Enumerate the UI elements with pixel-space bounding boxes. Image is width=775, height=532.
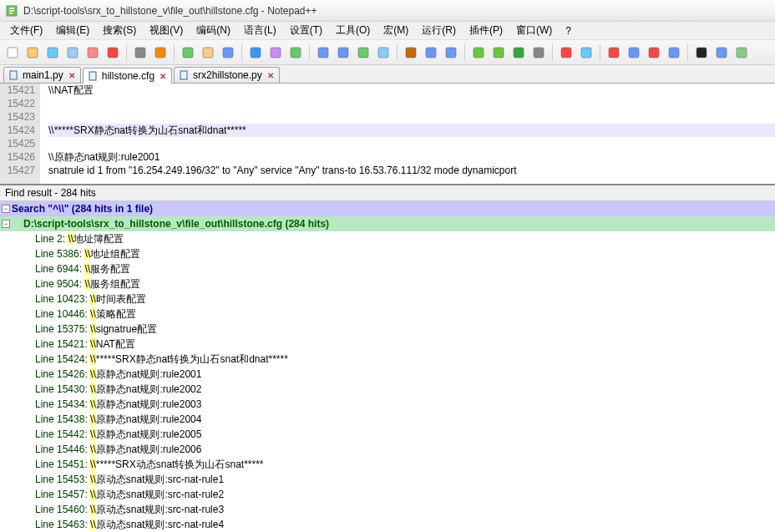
terminal-button[interactable] [692,43,711,62]
menu-9[interactable]: 运行(R) [415,22,463,39]
save-button[interactable] [43,43,62,62]
close-all-button[interactable] [104,43,122,62]
menu-3[interactable]: 视图(V) [143,22,190,39]
menu-12[interactable]: ? [559,23,578,38]
find-hit[interactable]: Line 15438: \\原静态nat规则:rule2004 [0,412,775,427]
find-hit[interactable]: Line 15442: \\原静态nat规则:rule2005 [0,427,775,442]
find-hit[interactable]: Line 2: \\地址簿配置 [0,231,775,246]
find-hit[interactable]: Line 15453: \\原动态snat规则:src-nat-rule1 [0,472,775,487]
tab-hillstone-cfg[interactable]: hillstone.cfg✕ [83,68,172,84]
svg-rect-31 [669,48,679,58]
menu-2[interactable]: 搜索(S) [96,22,143,39]
tab-close-icon[interactable]: ✕ [160,72,166,81]
open-button[interactable] [23,43,42,62]
menu-11[interactable]: 窗口(W) [509,22,559,39]
close-button[interactable] [84,43,102,62]
file-icon [89,71,99,81]
func-button[interactable] [557,43,575,62]
tab-main1-py[interactable]: main1.py✕ [3,67,81,83]
svg-rect-22 [474,48,484,58]
find-hit[interactable]: Line 15463: \\原动态snat规则:src-nat-rule4 [0,517,775,532]
save-all-button[interactable] [63,43,82,62]
play-button[interactable] [625,43,643,62]
tab-srx2hillstone-py[interactable]: srx2hillstone.py✕ [174,67,280,83]
find-hit[interactable]: Line 15426: \\原静态nat规则:rule2001 [0,367,775,382]
find-button[interactable] [266,43,285,62]
find-hit[interactable]: Line 15460: \\原动态snat规则:src-nat-rule3 [0,502,775,517]
paste-button[interactable] [199,43,217,62]
menu-6[interactable]: 设置(T) [283,22,329,39]
print-button[interactable] [131,43,149,62]
find-hit[interactable]: Line 15375: \\signatrue配置 [0,322,775,337]
tab-close-icon[interactable]: ✕ [68,71,75,80]
code-line[interactable] [48,110,775,124]
fold-toggle-file[interactable]: − [2,220,10,228]
bookmark-button[interactable] [529,43,548,62]
comment-button[interactable] [509,43,528,62]
hit-text: 原静态nat规则:rule2005 [96,428,202,440]
editor-area[interactable]: 15421154221542315424154251542615427 \\NA… [0,84,775,184]
unfold-button[interactable] [489,43,508,62]
keyboard-button[interactable] [712,43,731,62]
record-button[interactable] [605,43,623,62]
replace-button[interactable] [286,43,305,62]
menu-4[interactable]: 编码(N) [190,22,237,39]
wrap-button[interactable] [374,43,393,62]
chars-button[interactable] [402,43,420,62]
cut-button[interactable] [151,43,170,62]
svg-rect-9 [183,48,193,58]
find-result-panel[interactable]: − Search "^\\" (284 hits in 1 file) − D:… [0,201,775,532]
find-hit[interactable]: Line 10423: \\时间表配置 [0,291,775,307]
code-content[interactable]: \\NAT配置\\*****SRX静态nat转换为山石snat和dnat****… [40,84,775,184]
sync-button[interactable] [354,43,372,62]
menu-10[interactable]: 插件(P) [463,22,509,39]
find-hit[interactable]: Line 9504: \\服务组配置 [0,276,775,291]
code-line[interactable] [48,97,775,110]
find-hit[interactable]: Line 10446: \\策略配置 [0,307,775,322]
find-hit[interactable]: Line 15430: \\原静态nat规则:rule2002 [0,382,775,397]
outdent-button[interactable] [442,43,460,62]
hit-text: 策略配置 [96,308,136,320]
indent-button[interactable] [422,43,440,62]
find-hit[interactable]: Line 15457: \\原动态snat规则:src-nat-rule2 [0,487,775,502]
zoom-out-button[interactable] [334,43,352,62]
menu-1[interactable]: 编辑(E) [49,22,96,39]
spell-button[interactable] [732,43,751,62]
find-hit[interactable]: Line 15446: \\原静态nat规则:rule2006 [0,442,775,457]
menu-8[interactable]: 宏(M) [377,22,415,39]
run-button[interactable] [577,43,595,62]
zoom-in-button[interactable] [314,43,332,62]
copy-button[interactable] [179,43,197,62]
find-hit[interactable]: Line 15421: \\NAT配置 [0,337,775,352]
fold-toggle-search[interactable]: − [2,205,10,213]
menu-5[interactable]: 语言(L) [237,22,283,39]
play2-button[interactable] [665,43,683,62]
hit-line-label: Line 5386: [35,248,82,260]
code-line[interactable] [48,137,775,150]
code-line[interactable]: \\NAT配置 [48,84,775,97]
hit-line-label: Line 15375: [35,323,88,335]
match-highlight: \\ [90,474,96,485]
find-hit[interactable]: Line 5386: \\地址组配置 [0,246,775,261]
tab-close-icon[interactable]: ✕ [267,71,274,80]
fold-button[interactable] [469,43,488,62]
find-hit[interactable]: Line 6944: \\服务配置 [0,261,775,276]
hit-text: 原动态snat规则:src-nat-rule2 [96,489,224,500]
menu-0[interactable]: 文件(F) [3,22,49,39]
menu-7[interactable]: 工具(O) [329,22,377,39]
stop-button[interactable] [645,43,663,62]
code-line[interactable]: \\*****SRX静态nat转换为山石snat和dnat***** [48,124,775,137]
redo-button[interactable] [246,43,265,62]
new-button[interactable] [3,43,22,62]
undo-button[interactable] [219,43,237,62]
code-line[interactable]: snatrule id 1 from "16.254.249.196/32" t… [48,164,775,177]
tab-bar: main1.py✕hillstone.cfg✕srx2hillstone.py✕ [0,65,775,84]
hit-line-label: Line 15430: [35,383,88,395]
hit-text: 原动态snat规则:src-nat-rule1 [96,474,224,485]
svg-rect-3 [48,48,58,58]
code-line[interactable]: \\原静态nat规则:rule2001 [48,150,775,164]
find-hit[interactable]: Line 15424: \\*****SRX静态nat转换为山石snat和dna… [0,352,775,367]
find-hit[interactable]: Line 15434: \\原静态nat规则:rule2003 [0,397,775,412]
file-summary[interactable]: D:\script-tools\srx_to_hillstone_v\file_… [0,216,775,231]
find-hit[interactable]: Line 15451: \\*****SRX动态snat转换为山石snat***… [0,457,775,472]
